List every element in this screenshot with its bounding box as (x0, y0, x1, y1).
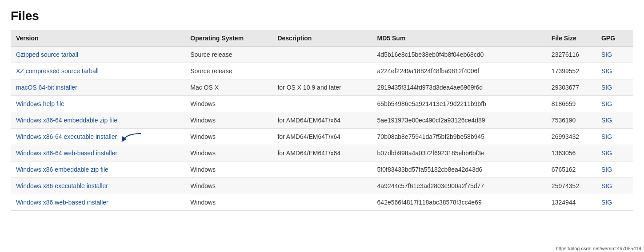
table-header: Version Operating System Description MD5… (11, 30, 633, 47)
cell-version: Windows help file (11, 96, 185, 112)
cell-description (272, 161, 372, 178)
cell-os: Windows (185, 112, 272, 129)
sig-link[interactable]: SIG (601, 199, 612, 206)
col-header-filesize: File Size (546, 30, 596, 47)
table-row: Windows x86-64 web-based installerWindow… (11, 145, 633, 161)
cell-md5: a224ef2249a18824f48fba9812f4006f (372, 63, 546, 79)
cell-filesize: 26993432 (546, 129, 596, 145)
cell-gpg: SIG (596, 79, 633, 96)
version-link[interactable]: Windows x86 web-based installer (16, 199, 108, 206)
sig-link[interactable]: SIG (601, 166, 612, 173)
cell-description (272, 194, 372, 211)
cell-os: Windows (185, 129, 272, 145)
cell-description: for AMD64/EM64T/x64 (272, 112, 372, 129)
table-row: Windows help fileWindows65bb54986e5a9214… (11, 96, 633, 112)
cell-os: Mac OS X (185, 79, 272, 96)
sig-link[interactable]: SIG (601, 67, 612, 75)
cell-md5: 5ae191973e00ec490cf2a93126ce4d89 (372, 112, 546, 129)
cell-md5: 4d5b16e8c15be38eb0f4b8f04eb68cd0 (372, 47, 546, 63)
cell-version: XZ compressed source tarball (11, 63, 185, 79)
cell-description (272, 178, 372, 194)
cell-os: Source release (185, 63, 272, 79)
table-body: Gzipped source tarballSource release4d5b… (11, 47, 633, 211)
col-header-os: Operating System (185, 30, 272, 47)
cell-os: Source release (185, 47, 272, 63)
version-link[interactable]: Windows x86-64 web-based installer (16, 150, 117, 157)
cell-md5: 65bb54986e5a921413e179d2211b9bfb (372, 96, 546, 112)
cell-md5: b07dbb998a4a0372f6923185ebb6bf3e (372, 145, 546, 161)
version-link[interactable]: XZ compressed source tarball (16, 67, 99, 75)
files-table: Version Operating System Description MD5… (11, 30, 633, 211)
cell-filesize: 1324944 (546, 194, 596, 211)
cell-gpg: SIG (596, 112, 633, 129)
cell-gpg: SIG (596, 96, 633, 112)
version-link[interactable]: Windows x86 executable installer (16, 182, 108, 189)
cell-version: Windows x86-64 executable installer (11, 129, 185, 145)
table-row: Windows x86 executable installerWindows4… (11, 178, 633, 194)
cell-gpg: SIG (596, 145, 633, 161)
table-row: Windows x86-64 embeddable zip fileWindow… (11, 112, 633, 129)
cell-filesize: 17399552 (546, 63, 596, 79)
sig-link[interactable]: SIG (601, 84, 612, 91)
cell-os: Windows (185, 194, 272, 211)
cell-description (272, 63, 372, 79)
cell-description (272, 47, 372, 63)
cell-os: Windows (185, 178, 272, 194)
cell-filesize: 29303677 (546, 79, 596, 96)
version-link[interactable]: Windows x86-64 embeddable zip file (16, 117, 117, 124)
col-header-description: Description (272, 30, 372, 47)
cell-gpg: SIG (596, 63, 633, 79)
arrow-annotation (119, 130, 145, 143)
cell-filesize: 1363056 (546, 145, 596, 161)
sig-link[interactable]: SIG (601, 182, 612, 189)
cell-os: Windows (185, 145, 272, 161)
cell-md5: 4a9244c57f61e3ad2803e900a2f75d77 (372, 178, 546, 194)
cell-md5: 5f0f83433bd57fa55182cb8ea42d43d6 (372, 161, 546, 178)
table-row: Gzipped source tarballSource release4d5b… (11, 47, 633, 63)
cell-version: macOS 64-bit installer (11, 79, 185, 96)
page-title: Files (11, 9, 633, 23)
cell-gpg: SIG (596, 161, 633, 178)
col-header-version: Version (11, 30, 185, 47)
version-link[interactable]: Windows x86 embeddable zip file (16, 166, 108, 173)
version-link[interactable]: Windows help file (16, 100, 64, 107)
sig-link[interactable]: SIG (601, 150, 612, 157)
cell-filesize: 6765162 (546, 161, 596, 178)
sig-link[interactable]: SIG (601, 117, 612, 124)
cell-version: Windows x86-64 embeddable zip file (11, 112, 185, 129)
cell-version: Windows x86 web-based installer (11, 194, 185, 211)
table-row: Windows x86 embeddable zip fileWindows5f… (11, 161, 633, 178)
version-link[interactable]: Gzipped source tarball (16, 51, 78, 58)
cell-os: Windows (185, 161, 272, 178)
col-header-md5: MD5 Sum (372, 30, 546, 47)
cell-gpg: SIG (596, 194, 633, 211)
cell-md5: 2819435f3144fd973d3dea4ae6969f6d (372, 79, 546, 96)
cell-description: for OS X 10.9 and later (272, 79, 372, 96)
cell-md5: 70b08ab8e75941da7f5bf2b9be58b945 (372, 129, 546, 145)
table-row: XZ compressed source tarballSource relea… (11, 63, 633, 79)
table-row: macOS 64-bit installerMac OS Xfor OS X 1… (11, 79, 633, 96)
cell-filesize: 23276116 (546, 47, 596, 63)
table-row: Windows x86-64 executable installerWindo… (11, 129, 633, 145)
col-header-gpg: GPG (596, 30, 633, 47)
sig-link[interactable]: SIG (601, 51, 612, 58)
cell-filesize: 25974352 (546, 178, 596, 194)
sig-link[interactable]: SIG (601, 100, 612, 107)
sig-link[interactable]: SIG (601, 133, 612, 140)
cell-description: for AMD64/EM64T/x64 (272, 145, 372, 161)
cell-md5: 642e566f4817f118abc38578f3cc4e69 (372, 194, 546, 211)
cell-version: Windows x86-64 web-based installer (11, 145, 185, 161)
version-link[interactable]: Windows x86-64 executable installer (16, 133, 117, 140)
cell-filesize: 7536190 (546, 112, 596, 129)
cell-gpg: SIG (596, 178, 633, 194)
cell-gpg: SIG (596, 47, 633, 63)
cell-description (272, 96, 372, 112)
cell-description: for AMD64/EM64T/x64 (272, 129, 372, 145)
cell-os: Windows (185, 96, 272, 112)
cell-version: Gzipped source tarball (11, 47, 185, 63)
cell-gpg: SIG (596, 129, 633, 145)
version-link[interactable]: macOS 64-bit installer (16, 84, 77, 91)
cell-version: Windows x86 embeddable zip file (11, 161, 185, 178)
table-row: Windows x86 web-based installerWindows64… (11, 194, 633, 211)
cell-filesize: 8186659 (546, 96, 596, 112)
